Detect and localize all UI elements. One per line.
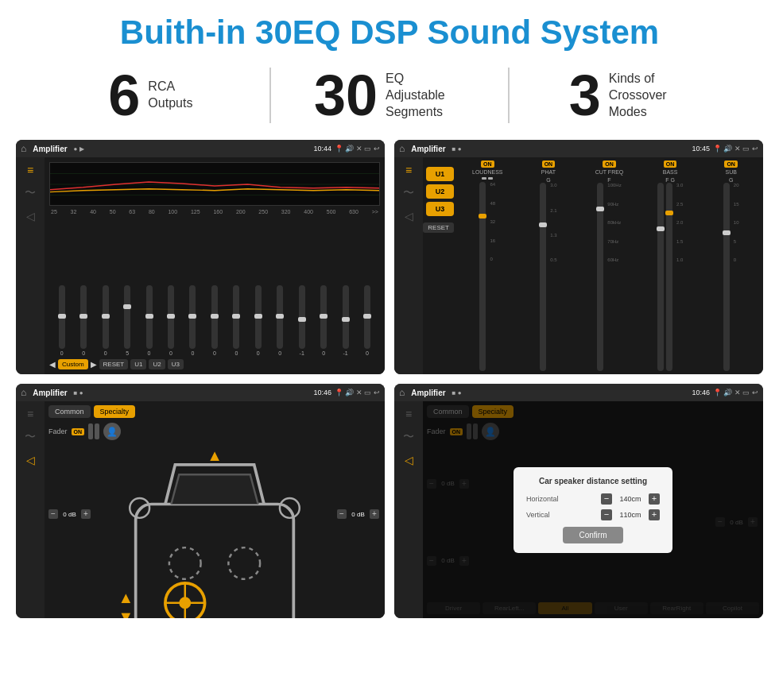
- speaker-icon-2[interactable]: ◁: [405, 210, 413, 222]
- loudness-slider-track[interactable]: [479, 182, 486, 371]
- eq-icon-4[interactable]: ≡: [405, 408, 412, 420]
- slider-thumb[interactable]: [298, 317, 306, 322]
- slider-track[interactable]: [103, 285, 109, 349]
- speaker-icon-4[interactable]: ◁: [405, 454, 413, 466]
- slider-track[interactable]: [255, 285, 262, 349]
- eq-icon-2[interactable]: ≡: [405, 164, 412, 176]
- slider-thumb[interactable]: [58, 314, 66, 319]
- cutfreq-slider-track[interactable]: [597, 183, 603, 371]
- slider-thumb[interactable]: [363, 314, 371, 319]
- fader-mini-2[interactable]: [95, 423, 99, 439]
- home-icon-1[interactable]: ⌂: [21, 143, 26, 154]
- horizontal-minus[interactable]: −: [601, 493, 612, 505]
- speaker-icon[interactable]: ◁: [26, 210, 35, 222]
- slider-val: 0: [148, 350, 151, 356]
- slider-track[interactable]: [189, 285, 196, 349]
- stats-row: 6 RCAOutputs 30 EQ AdjustableSegments 3 …: [0, 59, 779, 136]
- u1-btn[interactable]: U1: [426, 167, 454, 181]
- slider-thumb[interactable]: [167, 314, 175, 319]
- bass-thumb-g[interactable]: [665, 211, 673, 215]
- phat-scale: 3.02.11.30.5: [550, 183, 556, 262]
- slider-track[interactable]: [343, 285, 349, 349]
- minus-fl[interactable]: −: [48, 509, 58, 519]
- reset-btn-2[interactable]: RESET: [423, 222, 454, 233]
- user-avatar[interactable]: 👤: [103, 423, 121, 440]
- phat-thumb[interactable]: [539, 222, 547, 227]
- sub-thumb[interactable]: [723, 230, 731, 235]
- slider-track[interactable]: [277, 285, 283, 349]
- vertical-minus[interactable]: −: [601, 509, 612, 520]
- fader-mini-1[interactable]: [88, 423, 93, 439]
- prev-arrow[interactable]: ◀: [49, 360, 56, 369]
- speaker-icon-3[interactable]: ◁: [26, 454, 35, 466]
- slider-thumb[interactable]: [211, 314, 219, 319]
- slider-thumb[interactable]: [123, 304, 131, 309]
- slider-track[interactable]: [124, 285, 130, 349]
- slider-col: 0: [364, 285, 370, 356]
- slider-thumb[interactable]: [188, 314, 196, 319]
- sub-slider-track[interactable]: [723, 183, 730, 371]
- speaker-panel: Common Specialty Fader ON 👤: [45, 401, 385, 618]
- slider-track[interactable]: [320, 285, 327, 349]
- slider-thumb[interactable]: [254, 314, 262, 319]
- home-icon-2[interactable]: ⌂: [399, 143, 405, 154]
- slider-thumb[interactable]: [342, 317, 350, 322]
- vertical-plus[interactable]: +: [649, 509, 660, 520]
- slider-track[interactable]: [80, 285, 87, 349]
- wave-icon[interactable]: 〜: [25, 186, 36, 200]
- minus-fr[interactable]: −: [337, 509, 347, 519]
- db-control-fl: − 0 dB +: [48, 509, 92, 519]
- confirm-button[interactable]: Confirm: [563, 527, 622, 543]
- stat-label-crossover: Kinds ofCrossover Modes: [609, 71, 688, 120]
- bass-slider-track-f[interactable]: [657, 183, 664, 371]
- specialty-tab-3[interactable]: Specialty: [94, 405, 136, 418]
- time-2: 10:45: [692, 145, 710, 153]
- plus-fr[interactable]: +: [370, 509, 379, 519]
- slider-thumb[interactable]: [102, 314, 110, 319]
- slider-track[interactable]: [364, 285, 370, 349]
- slider-track[interactable]: [146, 285, 153, 349]
- slider-thumb[interactable]: [232, 314, 240, 319]
- slider-track[interactable]: [59, 285, 65, 349]
- wave-icon-4[interactable]: 〜: [403, 430, 414, 444]
- horizontal-plus[interactable]: +: [649, 493, 660, 505]
- slider-track[interactable]: [168, 285, 174, 349]
- bass-thumb-f[interactable]: [657, 226, 665, 231]
- svg-rect-4: [136, 505, 294, 619]
- slider-col: 5: [124, 285, 130, 356]
- svg-point-10: [169, 547, 201, 579]
- dialog-title: Car speaker distance setting: [526, 477, 660, 485]
- slider-track[interactable]: [233, 285, 239, 349]
- amp-controls: ON LOUDNESS: [459, 160, 760, 371]
- eq-icon-3[interactable]: ≡: [27, 408, 33, 420]
- bass-label: BASS: [663, 169, 678, 175]
- next-arrow[interactable]: ▶: [91, 360, 97, 369]
- u1-btn-eq[interactable]: U1: [130, 359, 146, 369]
- slider-thumb[interactable]: [145, 314, 153, 319]
- slider-thumb[interactable]: [320, 314, 327, 319]
- slider-thumb[interactable]: [79, 314, 87, 319]
- common-tab-3[interactable]: Common: [48, 405, 91, 418]
- bass-slider-track-g[interactable]: [666, 183, 672, 371]
- plus-fl[interactable]: +: [81, 509, 91, 519]
- cutfreq-thumb[interactable]: [596, 207, 604, 211]
- u3-btn[interactable]: U3: [426, 202, 454, 216]
- u3-btn-eq[interactable]: U3: [168, 359, 184, 369]
- app-title-1: Amplifier: [33, 145, 67, 153]
- slider-track[interactable]: [211, 285, 218, 349]
- wave-icon-2[interactable]: 〜: [403, 186, 414, 200]
- wave-icon-3[interactable]: 〜: [25, 430, 36, 444]
- slider-val: 0: [104, 350, 107, 356]
- loudness-thumb[interactable]: [479, 214, 486, 219]
- custom-btn[interactable]: Custom: [58, 359, 88, 369]
- home-icon-3[interactable]: ⌂: [21, 387, 26, 398]
- eq-icon[interactable]: ≡: [27, 164, 33, 176]
- cutfreq-col: ON CUT FREQ F 100Hz90Hz80kHz70Hz60Hz: [580, 160, 638, 371]
- u2-btn[interactable]: U2: [426, 184, 454, 199]
- slider-track[interactable]: [299, 285, 305, 349]
- u2-btn-eq[interactable]: U2: [149, 359, 165, 369]
- home-icon-4[interactable]: ⌂: [399, 387, 405, 398]
- slider-thumb[interactable]: [276, 314, 284, 319]
- phat-slider-track[interactable]: [540, 183, 546, 371]
- reset-btn-1[interactable]: RESET: [99, 359, 129, 369]
